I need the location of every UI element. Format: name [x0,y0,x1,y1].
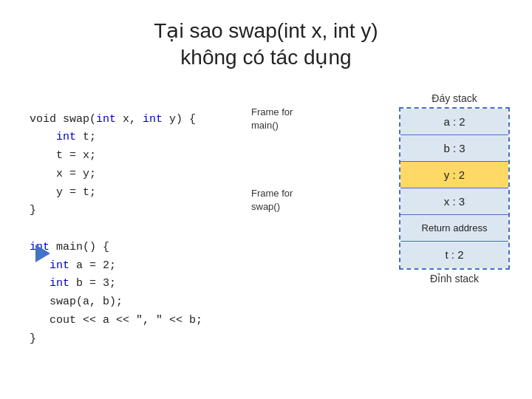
code-swap-call: swap(a, b); [30,296,123,308]
code-block: void swap(int x, int y) { int t; t = x; … [30,92,384,366]
stack-cell-y: y : 2 [400,162,508,188]
code-blank [30,222,36,235]
stack-container: a : 2 b : 3 y : 2 x : 3 Return address t… [399,107,510,270]
title: Tại sao swap(int x, int y) không có tác … [0,0,532,72]
code-line-x-eq-y: x = y; [30,168,96,180]
frame-main-label: Frame for main() [251,106,293,132]
stack-cell-a: a : 2 [400,109,508,135]
arrow-indicator [35,245,50,262]
code-line-y-eq-t: y = t; [30,186,96,199]
code-int-b: int b = 3; [30,277,116,290]
stack-cell-return: Return address [400,215,508,242]
title-line2: không có tác dụng [0,44,532,71]
code-line-t-eq-x: t = x; [30,149,96,162]
code-close-brace2: } [30,332,36,345]
dinh-stack-label: Đỉnh stack [430,273,479,284]
stack-cell-t: t : 2 [400,242,508,268]
title-line1: Tại sao swap(int x, int y) [0,18,532,44]
code-line-int-t: int t; [30,131,96,143]
code-cout: cout << a << ", " << b; [30,314,202,327]
stack-cell-x: x : 3 [400,188,508,215]
code-close-brace1: } [30,204,36,216]
day-stack-label: Đáy stack [432,92,477,104]
frame-swap-label: Frame for swap() [251,187,293,214]
code-line-void: void swap(int x, int y) { [30,113,196,126]
stack-cell-b: b : 3 [400,135,508,162]
